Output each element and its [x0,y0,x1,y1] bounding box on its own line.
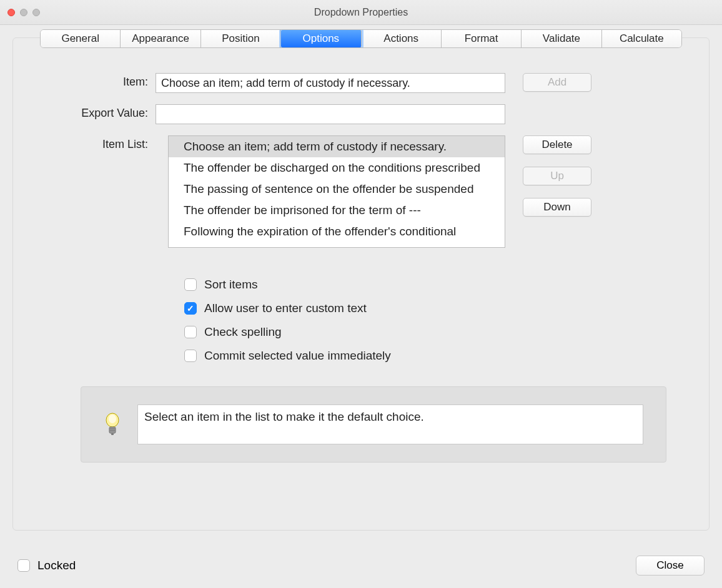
sort-items-checkbox[interactable] [184,278,197,291]
item-listbox[interactable]: Choose an item; add term of custody if n… [168,135,505,248]
locked-label: Locked [37,559,76,572]
export-value-input[interactable] [156,104,505,124]
up-button[interactable]: Up [523,167,591,185]
svg-rect-2 [109,427,116,433]
allow-custom-row[interactable]: Allow user to enter custom text [184,299,666,318]
svg-point-1 [109,414,116,423]
tab-appearance[interactable]: Appearance [121,30,200,47]
list-item[interactable]: The passing of sentence on the offender … [169,179,505,200]
list-item[interactable]: Following the expiration of the offender… [169,221,505,242]
commit-immediately-label: Commit selected value immediately [204,349,391,363]
dialog-footer: Locked Close [0,543,722,588]
check-spelling-row[interactable]: Check spelling [184,323,666,341]
sort-items-label: Sort items [204,278,258,292]
list-item[interactable]: Choose an item; add term of custody if n… [169,136,505,157]
svg-rect-5 [111,433,114,435]
delete-button[interactable]: Delete [523,135,591,154]
sort-items-row[interactable]: Sort items [184,275,666,294]
lightbulb-icon [104,412,121,437]
properties-panel: General Appearance Position Options Acti… [12,37,710,531]
check-spelling-checkbox[interactable] [184,326,197,338]
locked-checkbox[interactable] [17,559,30,572]
commit-immediately-row[interactable]: Commit selected value immediately [184,346,666,365]
tab-options[interactable]: Options [281,30,361,47]
hint-box: Select an item in the list to make it th… [81,386,666,463]
tab-general[interactable]: General [41,30,121,47]
down-button[interactable]: Down [523,198,591,217]
item-label: Item: [81,73,156,89]
window-title: Dropdown Properties [0,7,722,18]
commit-immediately-checkbox[interactable] [184,350,197,362]
titlebar: Dropdown Properties [0,0,722,25]
tab-calculate[interactable]: Calculate [602,30,681,47]
add-button[interactable]: Add [523,73,591,92]
allow-custom-label: Allow user to enter custom text [204,301,367,315]
tab-position[interactable]: Position [201,30,281,47]
close-button[interactable]: Close [636,556,705,576]
list-item[interactable]: The offender be discharged on the condit… [169,157,505,179]
export-value-label: Export Value: [81,104,156,120]
hint-text: Select an item in the list to make it th… [137,404,643,444]
allow-custom-checkbox[interactable] [184,302,197,315]
tab-bar: General Appearance Position Options Acti… [40,29,682,48]
tab-format[interactable]: Format [442,30,522,47]
check-spelling-label: Check spelling [204,325,282,339]
list-item[interactable]: The offender be imprisoned for the term … [169,200,505,221]
tab-validate[interactable]: Validate [522,30,601,47]
item-input[interactable] [156,73,505,93]
item-list-label: Item List: [81,135,156,151]
tab-actions[interactable]: Actions [362,30,442,47]
locked-row[interactable]: Locked [17,559,76,572]
